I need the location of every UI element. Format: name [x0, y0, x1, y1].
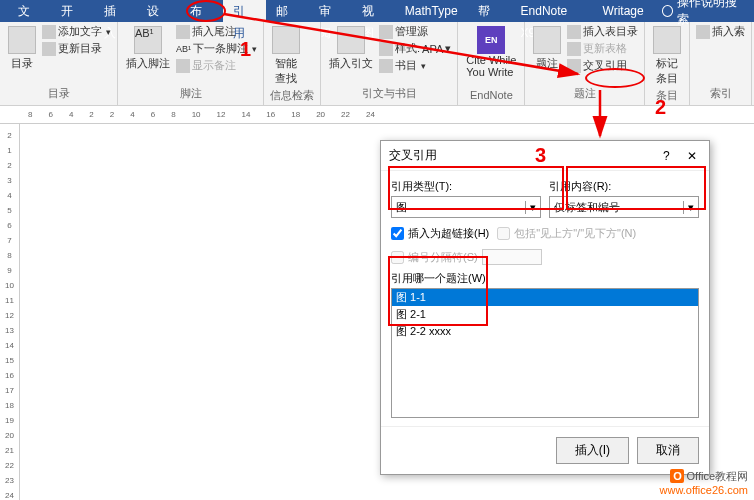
- chevron-down-icon: ▾: [525, 201, 536, 214]
- group-endnote: ENCite While You Write EndNote: [458, 22, 525, 105]
- group-toc: 目录 添加文字 更新目录 目录: [0, 22, 118, 105]
- group-label-toc: 目录: [6, 86, 111, 103]
- group-bookmark: 标记 条目 条目: [645, 22, 690, 105]
- dialog-titlebar: 交叉引用 ? ✕: [381, 141, 709, 171]
- reference-type-label: 引用类型(T):: [391, 179, 541, 194]
- list-item[interactable]: 图 2-1: [392, 306, 698, 323]
- style-dropdown[interactable]: 样式: APA ▾: [379, 41, 451, 56]
- tab-mathtype[interactable]: MathType: [395, 0, 468, 22]
- bibliography-icon: [379, 59, 393, 73]
- endnote-en-icon: EN: [477, 26, 505, 54]
- chevron-down-icon: ▾: [683, 201, 694, 214]
- group-label-endnote: EndNote: [464, 89, 518, 103]
- group-label-citations: 引文与书目: [327, 86, 451, 103]
- manage-sources-icon: [379, 25, 393, 39]
- smart-lookup-icon: [272, 26, 300, 54]
- include-above-label: 包括"见上方"/"见下方"(N): [514, 226, 636, 241]
- group-label-captions: 题注: [531, 86, 638, 103]
- endnote-cite-button[interactable]: ENCite While You Write: [464, 24, 518, 80]
- tab-layout[interactable]: 布局: [180, 0, 223, 22]
- add-text-icon: [42, 25, 56, 39]
- insert-citation-button[interactable]: 插入引文: [327, 24, 375, 73]
- cancel-button[interactable]: 取消: [637, 437, 699, 464]
- cross-reference-button[interactable]: 交叉引用: [567, 58, 638, 73]
- tab-design[interactable]: 设计: [137, 0, 180, 22]
- caption-listbox[interactable]: 图 1-1 图 2-1 图 2-2 xxxx: [391, 288, 699, 418]
- manage-sources-button[interactable]: 管理源: [379, 24, 451, 39]
- next-footnote-button[interactable]: AB¹下一条脚注: [176, 41, 257, 56]
- tab-view[interactable]: 视图: [352, 0, 395, 22]
- separator-input: [482, 249, 542, 265]
- insert-footnote-button[interactable]: AB¹插入脚注: [124, 24, 172, 73]
- reference-content-label: 引用内容(R):: [549, 179, 699, 194]
- update-icon: [42, 42, 56, 56]
- add-text-button[interactable]: 添加文字: [42, 24, 111, 39]
- update-table-icon: [567, 42, 581, 56]
- tab-endnote[interactable]: EndNote X9: [511, 0, 593, 22]
- dialog-close-button[interactable]: ✕: [683, 149, 701, 163]
- dialog-help-button[interactable]: ?: [663, 149, 670, 163]
- lightbulb-icon: [662, 5, 674, 17]
- reference-type-combo[interactable]: 图▾: [391, 196, 541, 218]
- cross-reference-dialog: 交叉引用 ? ✕ 引用类型(T): 图▾ 引用内容(R): 仅标签和编号▾ 插入…: [380, 140, 710, 475]
- insert-table-figures-button[interactable]: 插入表目录: [567, 24, 638, 39]
- update-table-button[interactable]: 更新表格: [567, 41, 638, 56]
- ribbon: 目录 添加文字 更新目录 目录 AB¹插入脚注 插入尾注 AB¹下一条脚注 显示…: [0, 22, 754, 106]
- reference-content-combo[interactable]: 仅标签和编号▾: [549, 196, 699, 218]
- group-label-bookmark: 条目: [651, 88, 683, 105]
- show-notes-button[interactable]: 显示备注: [176, 58, 257, 73]
- insert-index-icon: [696, 25, 710, 39]
- style-icon: [379, 42, 393, 56]
- watermark: OOffice教程网 www.office26.com: [660, 469, 748, 496]
- insert-button[interactable]: 插入(I): [556, 437, 629, 464]
- caption-icon: [533, 26, 561, 54]
- tab-insert[interactable]: 插入: [94, 0, 137, 22]
- toc-button[interactable]: 目录: [6, 24, 38, 73]
- separator-label: 编号分隔符(S): [408, 250, 478, 265]
- update-toc-button[interactable]: 更新目录: [42, 41, 111, 56]
- mark-entry-button[interactable]: 标记 条目: [651, 24, 683, 88]
- ribbon-tabs: 文件 开始 插入 设计 布局 引用 邮件 审阅 视图 MathType 帮助 E…: [0, 0, 754, 22]
- smart-lookup-button[interactable]: 智能 查找: [270, 24, 302, 88]
- separator-checkbox: [391, 251, 404, 264]
- tab-writage[interactable]: Writage: [593, 0, 654, 22]
- bibliography-button[interactable]: 书目: [379, 58, 451, 73]
- watermark-icon: O: [670, 469, 684, 483]
- tab-mailings[interactable]: 邮件: [266, 0, 309, 22]
- horizontal-ruler[interactable]: 864224681012141618202224: [0, 106, 754, 124]
- group-citations: 插入引文 管理源 样式: APA ▾ 书目 引文与书目: [321, 22, 458, 105]
- group-research: 智能 查找 信息检索: [264, 22, 321, 105]
- tab-help[interactable]: 帮助: [468, 0, 511, 22]
- insert-caption-button[interactable]: 题注: [531, 24, 563, 73]
- mark-entry-icon: [653, 26, 681, 54]
- list-item[interactable]: 图 2-2 xxxx: [392, 323, 698, 340]
- hyperlink-checkbox[interactable]: [391, 227, 404, 240]
- citation-icon: [337, 26, 365, 54]
- show-notes-icon: [176, 59, 190, 73]
- dialog-title-text: 交叉引用: [389, 147, 437, 164]
- tab-file[interactable]: 文件: [8, 0, 51, 22]
- table-figures-icon: [567, 25, 581, 39]
- tab-review[interactable]: 审阅: [309, 0, 352, 22]
- footnote-icon: AB¹: [134, 26, 162, 54]
- group-label-footnotes: 脚注: [124, 86, 257, 103]
- group-label-research: 信息检索: [270, 88, 314, 105]
- which-caption-label: 引用哪一个题注(W):: [391, 271, 699, 286]
- toc-icon: [8, 26, 36, 54]
- tab-home[interactable]: 开始: [51, 0, 94, 22]
- include-above-checkbox: [497, 227, 510, 240]
- group-footnotes: AB¹插入脚注 插入尾注 AB¹下一条脚注 显示备注 脚注: [118, 22, 264, 105]
- insert-index-button[interactable]: 插入索: [696, 24, 745, 39]
- tab-references[interactable]: 引用: [223, 0, 266, 22]
- vertical-ruler[interactable]: 2123456789101112131415161718192021222324…: [0, 124, 20, 500]
- group-index: 插入索 索引: [690, 22, 752, 105]
- cross-ref-icon: [567, 59, 581, 73]
- hyperlink-label: 插入为超链接(H): [408, 226, 489, 241]
- group-label-index: 索引: [696, 86, 745, 103]
- list-item[interactable]: 图 1-1: [392, 289, 698, 306]
- endnote-icon: [176, 25, 190, 39]
- insert-endnote-button[interactable]: 插入尾注: [176, 24, 257, 39]
- group-captions: 题注 插入表目录 更新表格 交叉引用 题注: [525, 22, 645, 105]
